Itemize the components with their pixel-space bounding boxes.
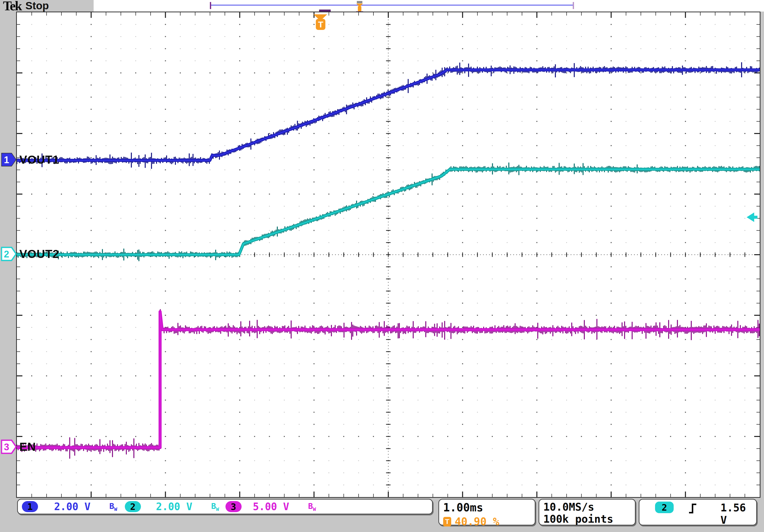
svg-text:1: 1 bbox=[4, 155, 9, 165]
acquisition-readout: 10.0MS/s 100k points bbox=[538, 499, 636, 525]
waveform-display: T VOUT1 VOUT2 EN bbox=[16, 12, 760, 498]
trigger-level-marker-icon[interactable] bbox=[747, 212, 758, 223]
channel1-bandwidth-icon: BW bbox=[109, 501, 117, 512]
record-view-left-bracket bbox=[210, 2, 211, 9]
svg-text:3: 3 bbox=[4, 442, 9, 452]
channel3-badge: 3 bbox=[226, 501, 242, 512]
trigger-t-icon: T bbox=[443, 517, 451, 526]
record-view-right-bracket bbox=[573, 2, 574, 9]
run-stop-status: Stop bbox=[25, 0, 49, 12]
channel2-bandwidth-icon: BW bbox=[211, 501, 219, 512]
trace-label-en: EN bbox=[19, 440, 36, 454]
record-trigger-position-icon[interactable] bbox=[356, 1, 363, 13]
channel3-position-marker[interactable]: 3 bbox=[1, 440, 17, 454]
record-view-bar bbox=[211, 5, 573, 6]
timebase-readout: 1.00ms T 40.90 % bbox=[438, 499, 535, 525]
channel2-position-marker[interactable]: 2 bbox=[1, 247, 17, 261]
trace-label-vout2: VOUT2 bbox=[19, 247, 59, 261]
trigger-stem-icon bbox=[358, 6, 361, 12]
channel3-scale: 5.00 V bbox=[253, 501, 289, 512]
trigger-t-badge: T bbox=[316, 19, 325, 30]
waveform-canvas bbox=[17, 12, 760, 497]
acquisition-status: Tek Stop bbox=[0, 0, 94, 12]
expansion-marker-icon bbox=[357, 1, 362, 3]
channel3-bandwidth-icon: BW bbox=[308, 501, 316, 512]
sample-rate: 10.0MS/s bbox=[543, 501, 635, 513]
record-length: 100k points bbox=[543, 513, 635, 525]
trigger-position-percent: 40.90 % bbox=[455, 515, 499, 528]
rising-edge-icon bbox=[687, 502, 698, 515]
tek-logo: Tek bbox=[3, 0, 21, 13]
svg-text:2: 2 bbox=[4, 249, 9, 259]
trigger-level: 1.56 V bbox=[720, 502, 756, 526]
channel2-badge: 2 bbox=[125, 501, 141, 512]
trigger-readout: 2 1.56 V bbox=[639, 499, 757, 525]
channel1-badge: 1 bbox=[22, 501, 38, 512]
trigger-source-badge: 2 bbox=[655, 502, 674, 513]
channel1-position-marker[interactable]: 1 bbox=[1, 152, 17, 167]
oscilloscope-screen: Tek Stop T VOUT1 VOUT2 EN 1 2 3 1 bbox=[0, 0, 764, 532]
channel1-scale: 2.00 V bbox=[54, 501, 91, 512]
channel2-scale: 2.00 V bbox=[156, 501, 193, 512]
timebase-scale: 1.00ms bbox=[443, 501, 535, 514]
channel-readout-bar: 1 2.00 V BW 2 2.00 V BW 3 5.00 V BW bbox=[17, 499, 433, 514]
trace-label-vout1: VOUT1 bbox=[19, 153, 59, 167]
top-status-strip: Tek Stop bbox=[0, 0, 764, 12]
trigger-point-dash bbox=[319, 10, 331, 12]
trigger-position-marker-icon[interactable]: T bbox=[313, 13, 328, 33]
